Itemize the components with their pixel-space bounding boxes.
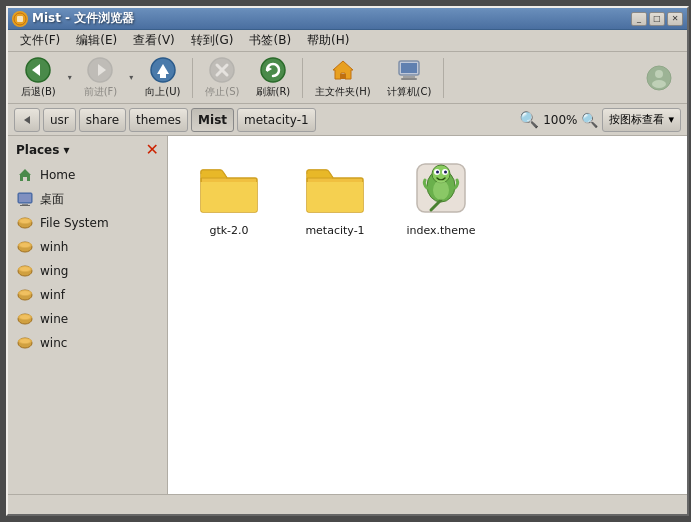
back-arrow[interactable]: ▾ xyxy=(65,55,75,101)
svg-point-53 xyxy=(444,171,447,174)
loc-back-btn[interactable] xyxy=(14,108,40,132)
refresh-icon xyxy=(259,56,287,84)
svg-point-22 xyxy=(652,80,666,88)
svg-marker-23 xyxy=(24,116,30,124)
sidebar-item-home-label: Home xyxy=(40,168,75,182)
forward-icon xyxy=(86,56,114,84)
main-window: Mist - 文件浏览器 _ □ ✕ 文件(F) 编辑(E) 查看(V) 转到(… xyxy=(6,6,689,516)
svg-point-46 xyxy=(20,339,30,343)
wing-sidebar-icon xyxy=(16,262,34,280)
svg-rect-27 xyxy=(22,204,28,205)
gnome-button xyxy=(637,55,681,101)
breadcrumb-usr[interactable]: usr xyxy=(43,108,76,132)
folder-icon-gtk20 xyxy=(197,156,261,220)
sidebar-item-winc[interactable]: winc xyxy=(8,331,167,355)
home-label: 主文件夹(H) xyxy=(315,85,370,99)
svg-point-54 xyxy=(433,180,449,200)
menu-help[interactable]: 帮助(H) xyxy=(299,30,357,51)
breadcrumb-themes[interactable]: themes xyxy=(129,108,188,132)
zoom-in-icon[interactable]: 🔍 xyxy=(581,112,598,128)
desktop-sidebar-icon xyxy=(16,190,34,208)
sidebar-item-desktop[interactable]: 桌面 xyxy=(8,187,167,211)
folder-icon-metacity1 xyxy=(303,156,367,220)
svg-point-37 xyxy=(20,267,30,271)
file-name-indextheme: index.theme xyxy=(406,224,475,237)
breadcrumb-share[interactable]: share xyxy=(79,108,126,132)
svg-rect-1 xyxy=(17,16,23,22)
forward-button[interactable]: 前进(F) xyxy=(77,55,125,101)
sidebar-places-label: Places ▾ xyxy=(16,143,70,157)
maximize-button[interactable]: □ xyxy=(649,12,665,26)
back-label: 后退(B) xyxy=(21,85,56,99)
filesystem-sidebar-icon xyxy=(16,214,34,232)
view-label: 按图标查看 xyxy=(609,112,664,127)
sidebar-item-wing[interactable]: wing xyxy=(8,259,167,283)
separator-2 xyxy=(302,58,303,98)
file-item-gtk20[interactable]: gtk-2.0 xyxy=(184,152,274,241)
svg-rect-8 xyxy=(160,74,166,78)
refresh-label: 刷新(R) xyxy=(256,85,291,99)
svg-rect-26 xyxy=(19,194,31,202)
view-selector[interactable]: 按图标查看 ▾ xyxy=(602,108,681,132)
refresh-button[interactable]: 刷新(R) xyxy=(249,55,298,101)
file-area: gtk-2.0 metacity-1 xyxy=(168,136,687,494)
home-button[interactable]: 主文件夹(H) xyxy=(308,55,377,101)
sidebar-item-wing-label: wing xyxy=(40,264,68,278)
separator-1 xyxy=(192,58,193,98)
wine-sidebar-icon xyxy=(16,310,34,328)
separator-3 xyxy=(443,58,444,98)
sidebar-item-wine-label: wine xyxy=(40,312,68,326)
close-button[interactable]: ✕ xyxy=(667,12,683,26)
back-button[interactable]: 后退(B) xyxy=(14,55,63,101)
file-name-metacity1: metacity-1 xyxy=(305,224,364,237)
titlebar-buttons: _ □ ✕ xyxy=(631,12,683,26)
sidebar-item-filesystem-label: File System xyxy=(40,216,109,230)
sidebar-close-button[interactable]: ✕ xyxy=(146,140,159,159)
svg-point-21 xyxy=(655,70,663,78)
svg-point-52 xyxy=(436,171,439,174)
menu-goto[interactable]: 转到(G) xyxy=(183,30,242,51)
up-label: 向上(U) xyxy=(145,85,180,99)
file-name-gtk20: gtk-2.0 xyxy=(209,224,248,237)
menu-file[interactable]: 文件(F) xyxy=(12,30,68,51)
svg-rect-15 xyxy=(340,74,346,79)
forward-arrow: ▾ xyxy=(126,55,136,101)
zoom-out-icon[interactable]: 🔍 xyxy=(519,110,539,129)
up-button[interactable]: 向上(U) xyxy=(138,55,187,101)
sidebar-item-winh[interactable]: winh xyxy=(8,235,167,259)
svg-marker-24 xyxy=(19,169,31,181)
computer-button[interactable]: 计算机(C) xyxy=(380,55,439,101)
winf-sidebar-icon xyxy=(16,286,34,304)
menu-view[interactable]: 查看(V) xyxy=(125,30,183,51)
svg-point-34 xyxy=(20,243,30,247)
home-sidebar-icon xyxy=(16,166,34,184)
file-item-indextheme[interactable]: index.theme xyxy=(396,152,486,241)
stop-label: 停止(S) xyxy=(205,85,239,99)
minimize-button[interactable]: _ xyxy=(631,12,647,26)
menu-bookmarks[interactable]: 书签(B) xyxy=(241,30,299,51)
computer-label: 计算机(C) xyxy=(387,85,432,99)
main-area: Places ▾ ✕ Home xyxy=(8,136,687,494)
sidebar-item-winh-label: winh xyxy=(40,240,68,254)
file-item-metacity1[interactable]: metacity-1 xyxy=(290,152,380,241)
svg-rect-19 xyxy=(401,78,417,80)
sidebar-item-wine[interactable]: wine xyxy=(8,307,167,331)
window-title: Mist - 文件浏览器 xyxy=(32,10,134,27)
menu-edit[interactable]: 编辑(E) xyxy=(68,30,125,51)
computer-icon xyxy=(395,56,423,84)
sidebar-item-winf[interactable]: winf xyxy=(8,283,167,307)
sidebar-item-filesystem[interactable]: File System xyxy=(8,211,167,235)
toolbar: 后退(B) ▾ 前进(F) ▾ 向上(U) xyxy=(8,52,687,104)
breadcrumb-metacity[interactable]: metacity-1 xyxy=(237,108,316,132)
svg-point-40 xyxy=(20,291,30,295)
sidebar-item-desktop-label: 桌面 xyxy=(40,191,64,208)
sidebar-header: Places ▾ ✕ xyxy=(8,136,167,163)
view-dropdown-icon: ▾ xyxy=(668,113,674,126)
home-icon xyxy=(329,56,357,84)
sidebar-item-winf-label: winf xyxy=(40,288,65,302)
breadcrumb-mist[interactable]: Mist xyxy=(191,108,234,132)
svg-point-31 xyxy=(20,219,30,223)
stop-button[interactable]: 停止(S) xyxy=(198,55,246,101)
svg-rect-17 xyxy=(401,63,417,73)
sidebar-item-home[interactable]: Home xyxy=(8,163,167,187)
